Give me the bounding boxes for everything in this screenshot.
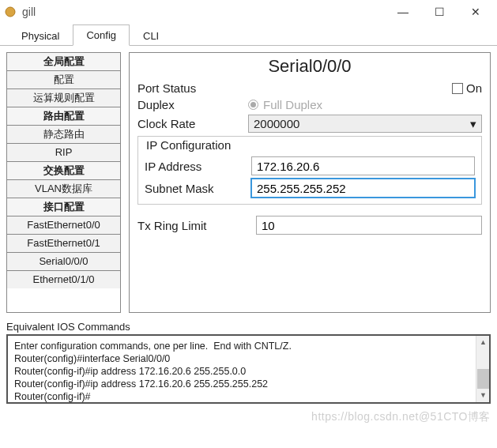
port-status-checkbox[interactable]	[452, 83, 463, 94]
scroll-up-icon[interactable]: ▲	[476, 336, 490, 349]
duplex-option: Full Duplex	[263, 98, 322, 111]
ios-commands-title: Equivalent IOS Commands	[6, 321, 491, 333]
ios-commands-output[interactable]: Enter configuration commands, one per li…	[6, 334, 491, 404]
clock-rate-select[interactable]: 2000000 ▾	[248, 115, 482, 133]
sidebar-item-algorithm[interactable]: 运算规则配置	[7, 89, 120, 107]
tx-ring-label: Tx Ring Limit	[137, 219, 256, 232]
sidebar-item-fe00[interactable]: FastEthernet0/0	[7, 216, 120, 235]
ios-commands-section: Equivalent IOS Commands Enter configurat…	[0, 316, 497, 408]
scroll-down-icon[interactable]: ▼	[476, 389, 490, 402]
scrollbar-thumb[interactable]	[477, 369, 489, 391]
scrollbar[interactable]: ▲▼	[476, 336, 489, 402]
sidebar-item-rip[interactable]: RIP	[7, 144, 120, 162]
subnet-mask-label: Subnet Mask	[145, 182, 251, 195]
clock-rate-value: 2000000	[254, 117, 299, 130]
on-label: On	[466, 81, 482, 95]
duplex-value: Full Duplex	[248, 98, 482, 111]
duplex-radio-full	[248, 100, 258, 110]
ip-config-fieldset: IP Configuration IP Address Subnet Mask	[137, 136, 482, 205]
tab-config[interactable]: Config	[73, 24, 130, 46]
sidebar-item-static[interactable]: 静态路由	[7, 126, 120, 144]
sidebar-head-routing[interactable]: 路由配置	[7, 107, 120, 126]
config-panel: Serial0/0/0 Port Status On Duplex Full D…	[129, 52, 491, 313]
close-button[interactable]: ✕	[457, 0, 494, 24]
duplex-label: Duplex	[137, 98, 248, 111]
minimize-button[interactable]: —	[385, 0, 421, 24]
ip-address-input[interactable]	[251, 156, 475, 175]
config-sidebar: 全局配置 配置 运算规则配置 路由配置 静态路由 RIP 交换配置 VLAN数据…	[6, 52, 121, 313]
maximize-button[interactable]: ☐	[421, 0, 457, 24]
tab-cli[interactable]: CLI	[130, 25, 172, 46]
sidebar-item-fe01[interactable]: FastEthernet0/1	[7, 235, 120, 253]
sidebar-head-global[interactable]: 全局配置	[7, 53, 120, 71]
titlebar: gill — ☐ ✕	[0, 0, 497, 24]
tab-physical[interactable]: Physical	[8, 25, 73, 46]
window-title: gill	[22, 6, 385, 18]
sidebar-head-interface[interactable]: 接口配置	[7, 198, 120, 216]
subnet-mask-input[interactable]	[251, 179, 475, 198]
port-status-value: On	[248, 81, 482, 95]
window-controls: — ☐ ✕	[385, 0, 494, 24]
tx-ring-input[interactable]	[256, 216, 482, 235]
svg-point-0	[6, 7, 15, 17]
sidebar-item-vlan[interactable]: VLAN数据库	[7, 180, 120, 198]
sidebar-item-eth010[interactable]: Ethernet0/1/0	[7, 271, 120, 288]
clock-rate-cell: 2000000 ▾	[248, 115, 482, 133]
chevron-down-icon: ▾	[470, 117, 476, 131]
tab-strip: Physical Config CLI	[0, 24, 497, 46]
clock-rate-label: Clock Rate	[137, 117, 248, 130]
app-icon	[3, 5, 17, 19]
panel-title: Serial0/0/0	[137, 55, 482, 81]
sidebar-head-switching[interactable]: 交换配置	[7, 162, 120, 180]
sidebar-item-settings[interactable]: 配置	[7, 71, 120, 89]
app-window: gill — ☐ ✕ Physical Config CLI 全局配置 配置 运…	[0, 0, 497, 448]
ip-config-legend: IP Configuration	[143, 138, 234, 152]
watermark: https://blog.csdn.net@51CTO博客	[311, 410, 491, 424]
main-area: 全局配置 配置 运算规则配置 路由配置 静态路由 RIP 交换配置 VLAN数据…	[0, 46, 497, 316]
ios-commands-text: Enter configuration commands, one per li…	[14, 341, 292, 402]
port-status-label: Port Status	[137, 81, 248, 95]
ip-address-label: IP Address	[145, 160, 251, 173]
sidebar-item-serial000[interactable]: Serial0/0/0	[7, 253, 120, 271]
